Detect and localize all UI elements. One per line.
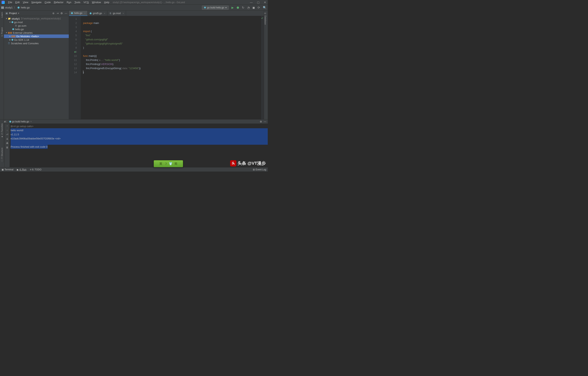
print-icon[interactable]: 🖶 — [6, 142, 9, 145]
down-icon[interactable]: ↓ — [7, 129, 8, 132]
project-view-icon: ▣ — [5, 12, 8, 15]
chevron-right-icon: 〉 — [14, 6, 16, 9]
go-file-icon: ⬣ — [90, 12, 92, 15]
target-icon[interactable]: ⊕ — [52, 12, 54, 15]
breadcrumb: study1 〉 ⬣ hello.go — [1, 6, 30, 9]
text-cursor — [83, 70, 83, 73]
tree-gosum[interactable]: 🗎 go.sum — [4, 24, 69, 27]
right-tool-strip: ⛁ Database — [264, 10, 268, 119]
breadcrumb-file[interactable]: hello.go — [21, 6, 30, 9]
close-tab-icon[interactable]: × — [104, 12, 105, 14]
ime-simp[interactable]: 简 — [174, 162, 177, 166]
scratch-icon: 🗒 — [8, 42, 10, 45]
tree-root-path: D:\workspaces\go_workspaces\study1 — [21, 17, 61, 20]
file-icon: 🗎 — [15, 24, 17, 27]
debug-button[interactable]: ⬢ — [236, 6, 239, 9]
go-file-icon: ⬣ — [17, 6, 20, 9]
sdk-icon: ⬣ — [11, 38, 13, 41]
chevron-down-icon[interactable]: ▼ — [18, 12, 19, 14]
run-hide-icon[interactable]: — — [264, 120, 266, 123]
scroll-icon[interactable]: ⇊ — [6, 137, 8, 140]
trash-icon[interactable]: 🗑 — [6, 146, 9, 149]
settings-icon[interactable]: ✿ — [61, 12, 63, 15]
menu-edit[interactable]: Edit — [14, 0, 21, 4]
close-icon[interactable]: ✕ — [264, 1, 266, 4]
navbar: study1 〉 ⬣ hello.go ⬣ go build hello.go … — [0, 5, 268, 10]
menu-refactor[interactable]: Refactor — [53, 0, 65, 4]
library-icon: ▮▮▮ — [8, 31, 12, 34]
search-button[interactable]: 🔍 — [263, 6, 267, 9]
tree-root[interactable]: ▼📁 study1 D:\workspaces\go_workspaces\st… — [4, 17, 69, 20]
collapse-icon[interactable]: ⇥ — [56, 12, 59, 15]
minimize-icon[interactable]: — — [250, 1, 253, 4]
run-toolbar-2: ↑ ↓ ⏎ ⇊ 🖶 🗑 — [5, 124, 10, 167]
sidebar-database[interactable]: ⛁ Database — [264, 10, 267, 25]
close-tab-icon[interactable]: × — [84, 12, 86, 14]
bottom-eventlog[interactable]: ⊞ Event Log — [253, 168, 266, 171]
menu-help[interactable]: Help — [103, 0, 111, 4]
ime-moon-icon[interactable]: ☽ — [164, 162, 167, 166]
ime-toolbar[interactable]: 英 ☽ 👕 简 — [154, 160, 183, 167]
file-icon: 🗎 — [109, 12, 112, 15]
editor-right-gutter: ✔ — [261, 16, 264, 119]
project-title[interactable]: Project — [9, 12, 17, 15]
project-header: ▣ Project ▼ ⊕ ⇥ ✿ — — [4, 10, 69, 16]
run-header: Run: ⬣ go build hello.go × ✿ — — [0, 119, 268, 124]
menu-code[interactable]: Code — [43, 0, 52, 4]
hide-icon[interactable]: — — [65, 12, 67, 15]
sidebar-favorites[interactable]: ★ 2: Favorites — [0, 123, 3, 138]
close-tab-icon[interactable]: × — [123, 12, 124, 14]
tab-hello[interactable]: ⬣ hello.go× — [69, 11, 88, 16]
run-config-label: go build hello.go — [207, 6, 224, 9]
menu-navigate[interactable]: Navigate — [30, 0, 43, 4]
folder-icon: 📁 — [8, 17, 11, 20]
up-icon[interactable]: ↑ — [7, 125, 8, 127]
run-button[interactable]: ▶ — [232, 6, 234, 9]
sidebar-project[interactable]: 1: Project — [1, 27, 3, 36]
menu-vcs[interactable]: VCS — [82, 0, 90, 4]
ime-shirt-icon[interactable]: 👕 — [169, 162, 172, 166]
menu-tools[interactable]: Tools — [73, 0, 82, 4]
bottom-terminal[interactable]: ▣ Terminal — [1, 168, 13, 171]
run-config-selector[interactable]: ⬣ go build hello.go ▾ — [202, 5, 229, 10]
code-content[interactable]: package main import ( "fmt" "github.com/… — [81, 16, 261, 119]
go-icon: ⬣ — [204, 6, 206, 9]
stop-button[interactable]: ◼ — [252, 6, 255, 9]
tab-gmd5[interactable]: ⬣ gmd5.go× — [88, 11, 107, 16]
tree-scratches[interactable]: 🗒 Scratches and Consoles — [4, 42, 69, 45]
coverage-button[interactable]: ↻ — [242, 6, 245, 9]
run-config-name[interactable]: go build hello.go — [12, 120, 29, 123]
code-editor[interactable]: 12345678 9▶ 1011121314 package main impo… — [69, 16, 264, 119]
wrap-icon[interactable]: ⏎ — [6, 133, 8, 136]
tree-gosdk[interactable]: ▶⬣ Go SDK 1.14 — [4, 38, 69, 42]
menu-file[interactable]: File — [7, 0, 13, 4]
bottom-run[interactable]: ▶ 4: Run — [17, 168, 26, 171]
gutter: 12345678 9▶ 1011121314 — [69, 16, 81, 119]
bottom-todo[interactable]: ≡ 6: TODO — [30, 168, 42, 171]
menu-window[interactable]: Window — [91, 0, 102, 4]
run-settings-icon[interactable]: ✿ — [260, 120, 262, 123]
main-menu: File Edit View Navigate Code Refactor Ru… — [7, 0, 111, 4]
tree-gomod[interactable]: ▼⬣ go.mod — [4, 20, 69, 24]
console-output[interactable]: ⊞<4 go setup calls> hello world! v1.11.5… — [10, 124, 268, 167]
editor-tabs: ⬣ hello.go× ⬣ gmd5.go× 🗎 go.mod× — [69, 10, 264, 16]
tab-gomod[interactable]: 🗎 go.mod× — [107, 11, 126, 16]
menu-run[interactable]: Run — [65, 0, 73, 4]
update-button[interactable]: ⟳ — [257, 6, 260, 9]
close-run-tab-icon[interactable]: × — [30, 120, 32, 123]
tree-extlib[interactable]: ▼▮▮▮ External Libraries — [4, 31, 69, 34]
project-panel: ▣ Project ▼ ⊕ ⇥ ✿ — ▼📁 study1 D:\workspa… — [4, 10, 69, 119]
ime-lang[interactable]: 英 — [159, 162, 162, 166]
go-file-icon: ⬣ — [71, 12, 73, 14]
tree-gomodules[interactable]: ▶▮▮▮ Go Modules <hello> — [4, 34, 69, 38]
sidebar-structure[interactable]: ⬚ 7: Structure — [0, 148, 3, 162]
inspection-ok-icon[interactable]: ✔ — [261, 16, 264, 20]
profile-button[interactable]: ◔ — [247, 6, 250, 9]
run-gutter-icon[interactable]: ▶ — [75, 50, 76, 54]
tree-hellogo[interactable]: ⬣ hello.go — [4, 27, 69, 31]
sidebar-learn[interactable]: Learn — [1, 12, 3, 18]
maximize-icon[interactable]: ▢ — [257, 1, 259, 4]
project-tree: ▼📁 study1 D:\workspaces\go_workspaces\st… — [4, 16, 69, 46]
menu-view[interactable]: View — [21, 0, 30, 4]
breadcrumb-root[interactable]: study1 — [5, 6, 12, 9]
